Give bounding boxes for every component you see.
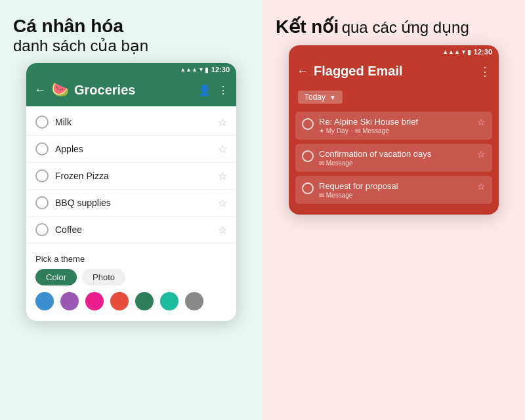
email-meta: ✉ Message: [319, 159, 472, 167]
groceries-list: Milk ☆ Apples ☆ Frozen Pizza ☆ BBQ suppl…: [26, 106, 236, 246]
list-item: Apples ☆: [26, 136, 236, 163]
groceries-phone: ▲▲▲ ▾ ▮ 12:30 ← 🍉 Groceries 👤 ⋮ Milk ☆: [26, 63, 236, 321]
more-options-icon[interactable]: ⋮: [218, 84, 228, 96]
item-label: Coffee: [55, 224, 211, 235]
tab-photo[interactable]: Photo: [82, 269, 125, 285]
swatch-purple[interactable]: [60, 292, 79, 310]
star-icon[interactable]: ☆: [218, 170, 227, 182]
theme-tabs: Color Photo: [35, 269, 227, 285]
item-label: Apples: [55, 144, 211, 154]
left-heading-bold: Cá nhân hóa: [13, 16, 123, 36]
list-item: Request for proposal ✉ Message ☆: [295, 176, 492, 204]
tab-color[interactable]: Color: [35, 269, 77, 285]
item-label: Milk: [55, 117, 211, 127]
signal-icon: ▲▲▲: [442, 49, 460, 55]
item-checkbox[interactable]: [302, 150, 314, 162]
status-bar-green: ▲▲▲ ▾ ▮ 12:30: [26, 63, 236, 76]
left-heading: Cá nhân hóa danh sách của bạn: [13, 16, 249, 55]
app-title-green: Groceries: [74, 83, 135, 98]
email-subject: Confirmation of vacation days: [319, 149, 472, 159]
battery-icon: ▮: [205, 66, 209, 74]
list-item: Milk ☆: [26, 109, 236, 136]
star-icon[interactable]: ☆: [218, 224, 227, 236]
battery-icon: ▮: [467, 49, 471, 56]
swatch-teal[interactable]: [160, 292, 178, 310]
theme-section: Pick a theme Color Photo: [26, 246, 236, 321]
swatch-pink[interactable]: [85, 292, 104, 310]
star-icon[interactable]: ☆: [477, 149, 486, 159]
item-checkbox[interactable]: [35, 223, 49, 236]
app-bar-red: ← Flagged Email ⋮: [289, 58, 499, 87]
right-heading-normal: qua các ứng dụng: [342, 18, 469, 36]
theme-label: Pick a theme: [35, 254, 227, 264]
app-icon: 🍉: [51, 81, 69, 98]
wifi-icon: ▾: [462, 49, 465, 55]
right-heading: Kết nối qua các ứng dụng: [276, 16, 512, 37]
list-item: Confirmation of vacation days ✉ Message …: [295, 144, 492, 172]
title-area-green: 🍉 Groceries: [51, 81, 193, 98]
message-tag: ✉ Message: [355, 127, 388, 135]
right-heading-bold: Kết nối: [276, 16, 339, 37]
swatch-red[interactable]: [110, 292, 129, 310]
email-subject: Request for proposal: [319, 181, 472, 191]
app-title-red: Flagged Email: [314, 64, 479, 79]
star-icon[interactable]: ☆: [218, 197, 227, 209]
list-item: Re: Alpine Ski House brief ✦ My Day · ✉ …: [295, 112, 492, 140]
item-checkbox[interactable]: [35, 196, 49, 209]
add-person-icon[interactable]: 👤: [198, 84, 211, 96]
today-bar: Today ▼: [289, 87, 499, 109]
item-checkbox[interactable]: [35, 169, 49, 182]
star-icon[interactable]: ☆: [218, 143, 227, 156]
item-checkbox[interactable]: [35, 116, 49, 129]
star-icon[interactable]: ☆: [477, 117, 486, 127]
status-bar-red: ▲▲▲ ▾ ▮ 12:30: [289, 45, 499, 58]
color-swatches: [35, 292, 227, 310]
back-arrow-red[interactable]: ←: [297, 64, 308, 78]
email-meta: ✉ Message: [319, 192, 472, 199]
email-phone: ▲▲▲ ▾ ▮ 12:30 ← Flagged Email ⋮ Today ▼: [289, 45, 499, 215]
right-panel: Kết nối qua các ứng dụng ▲▲▲ ▾ ▮ 12:30 ←…: [262, 0, 525, 420]
status-time-green: 12:30: [211, 66, 230, 74]
star-icon[interactable]: ☆: [477, 181, 486, 192]
icon-group-green: 👤 ⋮: [198, 84, 228, 96]
item-checkbox[interactable]: [35, 142, 49, 156]
item-checkbox[interactable]: [302, 118, 314, 130]
message-tag: ✉ Message: [319, 159, 352, 167]
status-time-red: 12:30: [474, 48, 492, 56]
app-bar-green: ← 🍉 Groceries 👤 ⋮: [26, 76, 236, 106]
list-item: Coffee ☆: [26, 217, 236, 243]
email-subject: Re: Alpine Ski House brief: [319, 117, 472, 127]
item-content: Confirmation of vacation days ✉ Message: [319, 149, 472, 167]
swatch-blue[interactable]: [35, 292, 54, 310]
item-label: BBQ supplies: [55, 198, 211, 208]
star-icon[interactable]: ☆: [218, 116, 227, 129]
more-options-icon-red[interactable]: ⋮: [479, 64, 491, 79]
list-item: BBQ supplies ☆: [26, 190, 236, 217]
swatch-green[interactable]: [135, 292, 154, 310]
back-arrow-green[interactable]: ←: [34, 83, 46, 97]
item-checkbox[interactable]: [302, 182, 314, 194]
left-panel: Cá nhân hóa danh sách của bạn ▲▲▲ ▾ ▮ 12…: [0, 0, 262, 420]
today-label: Today: [304, 93, 326, 102]
today-pill[interactable]: Today ▼: [298, 91, 343, 104]
signal-icon: ▲▲▲: [180, 66, 198, 73]
chevron-down-icon: ▼: [329, 94, 336, 101]
swatch-gray[interactable]: [185, 292, 203, 310]
item-content: Re: Alpine Ski House brief ✦ My Day · ✉ …: [319, 117, 472, 135]
myday-tag: ✦ My Day: [319, 127, 348, 135]
item-label: Frozen Pizza: [55, 171, 211, 181]
email-list: Re: Alpine Ski House brief ✦ My Day · ✉ …: [289, 109, 499, 215]
email-meta: ✦ My Day · ✉ Message: [319, 127, 472, 135]
list-item: Frozen Pizza ☆: [26, 163, 236, 190]
wifi-icon: ▾: [200, 66, 203, 73]
separator: ·: [351, 127, 353, 135]
left-heading-normal: danh sách của bạn: [13, 37, 148, 54]
item-content: Request for proposal ✉ Message: [319, 181, 472, 199]
message-tag: ✉ Message: [319, 192, 352, 199]
